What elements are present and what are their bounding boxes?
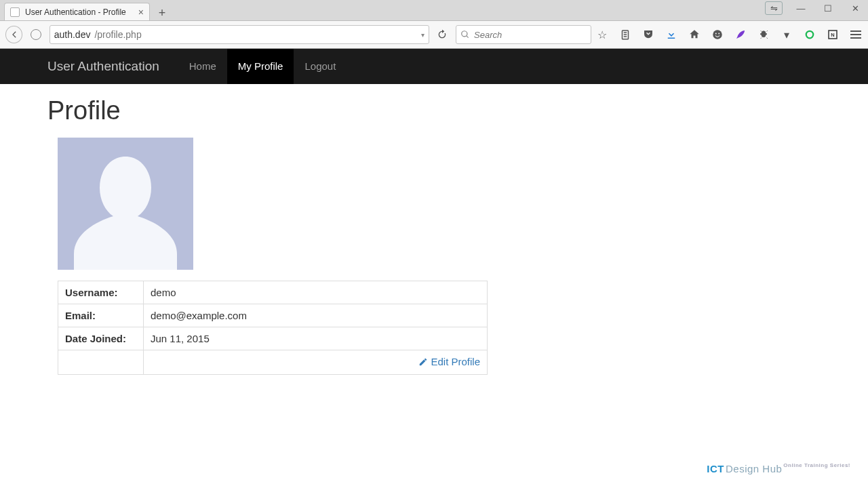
home-icon[interactable] xyxy=(688,28,701,41)
watermark-strong: ICT xyxy=(707,463,724,474)
label-date-joined: Date Joined: xyxy=(58,327,144,350)
tab-bar: User Authentication - Profile × + ⇋ — ☐ … xyxy=(0,0,868,20)
pocket-icon[interactable] xyxy=(642,28,655,41)
page-title: Profile xyxy=(47,96,821,125)
url-path: /profile.php xyxy=(94,29,141,40)
close-tab-icon[interactable]: × xyxy=(138,7,144,18)
bug-icon[interactable] xyxy=(757,28,770,41)
clipboard-icon[interactable] xyxy=(618,28,632,41)
dropdown-caret-icon[interactable]: ▾ xyxy=(780,28,793,41)
profile-avatar xyxy=(58,138,193,270)
svg-point-1 xyxy=(715,33,717,35)
avatar-silhouette-icon xyxy=(58,138,193,270)
face-icon[interactable] xyxy=(711,28,724,41)
svg-point-0 xyxy=(713,30,722,39)
url-dropdown-icon[interactable]: ▾ xyxy=(421,31,425,39)
profile-table: Username: demo Email: demo@example.com D… xyxy=(58,281,488,375)
search-input[interactable] xyxy=(474,30,583,40)
value-date-joined: Jun 11, 2015 xyxy=(144,327,488,350)
nav-home[interactable]: Home xyxy=(178,49,227,84)
address-bar: auth.dev/profile.php ▾ ☆ xyxy=(0,20,868,49)
reload-button[interactable] xyxy=(433,25,452,44)
avatar-wrap xyxy=(58,138,821,270)
tab-title: User Authentication - Profile xyxy=(25,7,133,17)
sync-badge-icon[interactable]: ⇋ xyxy=(765,1,783,15)
search-icon xyxy=(460,30,470,39)
search-box[interactable] xyxy=(456,25,591,44)
toolbar-icons: ☆ ▾ xyxy=(595,28,863,41)
table-row: Date Joined: Jun 11, 2015 xyxy=(58,327,488,350)
table-row: Email: demo@example.com xyxy=(58,304,488,327)
brand[interactable]: User Authentication xyxy=(47,59,159,74)
green-ring-icon[interactable] xyxy=(803,28,816,41)
hamburger-icon xyxy=(850,30,861,39)
tab-favicon xyxy=(10,7,20,17)
downloads-icon[interactable] xyxy=(665,28,678,41)
close-window-button[interactable]: ✕ xyxy=(846,1,864,15)
nav-logout[interactable]: Logout xyxy=(294,49,347,84)
site-identity-icon[interactable] xyxy=(26,25,45,44)
url-input[interactable]: auth.dev/profile.php ▾ xyxy=(50,25,429,44)
back-button[interactable] xyxy=(5,26,22,43)
maximize-button[interactable]: ☐ xyxy=(819,1,837,15)
watermark: ICT Design Hub Online Training Series! xyxy=(707,463,850,474)
label-empty xyxy=(58,350,144,375)
edit-profile-label: Edit Profile xyxy=(431,356,480,367)
table-row: Username: demo xyxy=(58,281,488,304)
svg-text:N: N xyxy=(831,32,834,38)
edit-profile-link[interactable]: Edit Profile xyxy=(418,356,480,367)
edit-icon xyxy=(418,357,428,367)
noscript-icon[interactable]: N xyxy=(826,28,840,41)
menu-button[interactable] xyxy=(849,28,863,41)
url-host: auth.dev xyxy=(54,29,91,40)
nav-my-profile[interactable]: My Profile xyxy=(227,49,294,84)
svg-point-3 xyxy=(806,31,814,39)
watermark-tag: Online Training Series! xyxy=(783,462,850,468)
new-tab-button[interactable]: + xyxy=(154,5,170,20)
label-email: Email: xyxy=(58,304,144,327)
svg-point-2 xyxy=(718,33,719,35)
label-username: Username: xyxy=(58,281,144,304)
table-row: Edit Profile xyxy=(58,350,488,375)
window-controls: ⇋ — ☐ ✕ xyxy=(765,1,864,15)
watermark-light: Design Hub xyxy=(726,463,782,474)
browser-tab[interactable]: User Authentication - Profile × xyxy=(4,3,150,20)
app-navbar: User Authentication Home My Profile Logo… xyxy=(0,49,868,84)
bookmark-star-icon[interactable]: ☆ xyxy=(595,28,609,41)
nav-links: Home My Profile Logout xyxy=(178,49,347,84)
value-username: demo xyxy=(144,281,488,304)
browser-chrome: User Authentication - Profile × + ⇋ — ☐ … xyxy=(0,0,868,49)
minimize-button[interactable]: — xyxy=(792,1,810,15)
feather-icon[interactable] xyxy=(734,28,747,41)
value-email: demo@example.com xyxy=(144,304,488,327)
